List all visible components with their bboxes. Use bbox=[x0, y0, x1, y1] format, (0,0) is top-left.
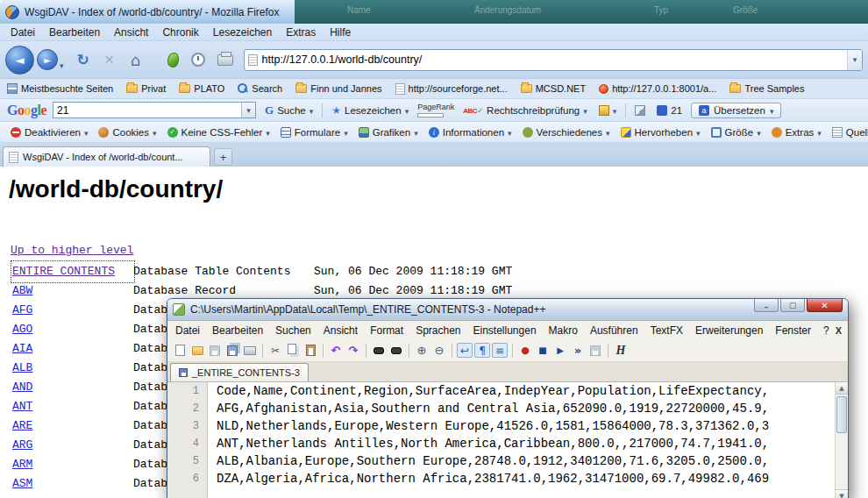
new-file-icon[interactable] bbox=[172, 343, 188, 358]
npp-menu-makro[interactable]: Makro bbox=[543, 323, 584, 338]
npp-menu-erweiterungen[interactable]: Erweiterungen bbox=[689, 323, 769, 338]
spellcheck-button[interactable]: ABCRechtschreibprüfung bbox=[460, 103, 590, 117]
print-icon[interactable] bbox=[217, 54, 233, 66]
google-search-box[interactable] bbox=[53, 102, 256, 118]
entry-link[interactable]: ARG bbox=[12, 436, 133, 455]
editor-vertical-scrollbar[interactable]: ▲ ▼ bbox=[835, 382, 848, 498]
bookmark-finn-und-jannes[interactable]: Finn und Jannes bbox=[295, 83, 381, 94]
bookmark-tree-samples[interactable]: Tree Samples bbox=[729, 83, 804, 94]
copy-icon[interactable] bbox=[285, 343, 301, 358]
notepadpp-editor[interactable]: 1Code,Name,Continent,Region,SurfaceArea,… bbox=[167, 382, 848, 498]
paste-icon[interactable] bbox=[302, 343, 318, 358]
autofill-button[interactable] bbox=[596, 103, 620, 117]
webdev-informationen[interactable]: iInformationen bbox=[423, 125, 517, 139]
save-all-icon[interactable] bbox=[224, 343, 240, 358]
npp-tab-entire-contents[interactable]: _ENTIRE_CONTENTS-3 bbox=[170, 363, 309, 381]
history-clock-icon[interactable] bbox=[191, 53, 205, 67]
npp-menu-ausfuehren[interactable]: Ausführen bbox=[584, 323, 644, 338]
entry-link[interactable]: ALB bbox=[12, 359, 133, 378]
menu-bearbeiten[interactable]: Bearbeiten bbox=[42, 25, 107, 40]
npp-menu-datei[interactable]: Datei bbox=[169, 323, 206, 338]
bookmark-mcsd-net[interactable]: MCSD.NET bbox=[521, 83, 586, 94]
url-input[interactable] bbox=[262, 53, 847, 66]
save-icon[interactable] bbox=[207, 343, 223, 358]
webdev-hervorheben[interactable]: Hervorheben bbox=[615, 125, 706, 139]
pagerank-widget[interactable]: PageRank bbox=[417, 103, 454, 117]
zoom-in-icon[interactable] bbox=[414, 343, 430, 358]
npp-menu-help[interactable]: ? bbox=[817, 323, 836, 338]
google-search-dropdown[interactable] bbox=[241, 103, 255, 117]
menu-hilfe[interactable]: Hilfe bbox=[323, 25, 358, 40]
bookmark-sourceforge[interactable]: http://sourceforge.net... bbox=[395, 83, 508, 95]
menu-chronik[interactable]: Chronik bbox=[155, 25, 205, 40]
bookmark-privat[interactable]: Privat bbox=[126, 83, 166, 94]
textfx-h-icon[interactable] bbox=[613, 343, 629, 358]
tab-wsgidav[interactable]: WsgiDAV - Index of /world-db/count... bbox=[3, 146, 210, 167]
history-dropdown-arrow-icon[interactable] bbox=[60, 56, 64, 72]
close-button[interactable] bbox=[807, 299, 843, 312]
green-addon-icon[interactable] bbox=[167, 53, 179, 68]
back-button[interactable] bbox=[5, 46, 34, 75]
bookmark-meistbesuchte-seiten[interactable]: Meistbesuchte Seiten bbox=[7, 83, 113, 94]
bookmark-plato[interactable]: PLATO bbox=[179, 83, 224, 94]
google-search-button[interactable]: GSuche bbox=[262, 102, 316, 119]
record-macro-icon[interactable] bbox=[517, 343, 533, 358]
webdev-verschiedenes[interactable]: Verschiedenes bbox=[517, 125, 615, 139]
reload-button[interactable] bbox=[73, 49, 94, 70]
print-icon[interactable] bbox=[242, 343, 258, 358]
notepadpp-titlebar[interactable]: C:\Users\Martin\AppData\Local\Temp\_ENTI… bbox=[167, 299, 848, 321]
zoom-out-icon[interactable] bbox=[431, 343, 447, 358]
webdev-cookies[interactable]: Cookies bbox=[93, 125, 161, 139]
entry-link[interactable]: ENTIRE CONTENTS bbox=[12, 262, 133, 281]
webdev-quelltext[interactable]: Quelltext bbox=[827, 125, 868, 139]
entry-link[interactable]: AIA bbox=[12, 339, 133, 359]
url-bar[interactable] bbox=[244, 49, 863, 71]
npp-menu-fenster[interactable]: Fenster bbox=[769, 323, 817, 338]
webdev-extras[interactable]: Extras bbox=[766, 125, 827, 139]
entry-link[interactable]: ARE bbox=[12, 416, 133, 436]
npp-menu-textfx[interactable]: TextFX bbox=[644, 323, 689, 338]
stop-button[interactable] bbox=[99, 49, 120, 70]
highlighter-button[interactable] bbox=[632, 103, 648, 117]
npp-menu-ansicht[interactable]: Ansicht bbox=[317, 323, 364, 338]
npp-menu-format[interactable]: Format bbox=[364, 323, 409, 338]
undo-icon[interactable] bbox=[328, 343, 344, 358]
npp-menu-bearbeiten[interactable]: Bearbeiten bbox=[206, 323, 269, 338]
bookmark-localhost-8001[interactable]: http://127.0.0.1:8001/a... bbox=[599, 83, 716, 94]
indent-guide-icon[interactable] bbox=[492, 343, 508, 358]
webdev-formulare[interactable]: Formulare bbox=[275, 125, 353, 139]
webdev-css[interactable]: Keine CSS-Fehler bbox=[162, 125, 275, 139]
redo-icon[interactable] bbox=[345, 343, 361, 358]
counter-button[interactable]: 21 bbox=[654, 103, 685, 117]
entry-link[interactable]: ARM bbox=[12, 455, 133, 474]
scrollbar-thumb[interactable] bbox=[836, 396, 847, 433]
menu-lesezeichen[interactable]: Lesezeichen bbox=[206, 25, 279, 40]
menu-ansicht[interactable]: Ansicht bbox=[107, 25, 155, 40]
npp-menu-close-document[interactable]: X bbox=[836, 325, 842, 336]
entry-link[interactable]: AND bbox=[12, 378, 133, 397]
stop-macro-icon[interactable] bbox=[535, 343, 551, 358]
translate-button[interactable]: aÜbersetzen bbox=[691, 103, 781, 118]
find-icon[interactable] bbox=[371, 343, 387, 358]
webdev-deaktivieren[interactable]: Deaktivieren bbox=[5, 125, 93, 139]
bookmark-search[interactable]: Search bbox=[238, 83, 282, 94]
npp-menu-sprachen[interactable]: Sprachen bbox=[409, 323, 466, 338]
open-file-icon[interactable] bbox=[189, 343, 205, 358]
menu-datei[interactable]: Datei bbox=[4, 25, 42, 40]
google-search-input[interactable] bbox=[53, 104, 241, 117]
entry-link[interactable]: AFG bbox=[12, 301, 133, 320]
entry-link[interactable]: ABW bbox=[12, 281, 133, 301]
scroll-up-arrow-icon[interactable]: ▲ bbox=[836, 382, 848, 395]
new-tab-button[interactable]: + bbox=[214, 148, 232, 166]
npp-menu-suchen[interactable]: Suchen bbox=[269, 323, 317, 338]
entry-link[interactable]: ASM bbox=[12, 474, 133, 494]
google-bookmarks-button[interactable]: Lesezeichen bbox=[329, 103, 411, 118]
replace-icon[interactable] bbox=[388, 343, 404, 358]
webdev-groesse[interactable]: Größe bbox=[706, 125, 766, 139]
run-macro-multiple-icon[interactable] bbox=[570, 343, 586, 358]
webdev-grafiken[interactable]: Grafiken bbox=[353, 125, 423, 139]
forward-button[interactable] bbox=[37, 49, 58, 70]
save-macro-icon[interactable] bbox=[587, 343, 603, 358]
npp-menu-einstellungen[interactable]: Einstellungen bbox=[467, 323, 543, 338]
cut-icon[interactable] bbox=[267, 343, 283, 358]
